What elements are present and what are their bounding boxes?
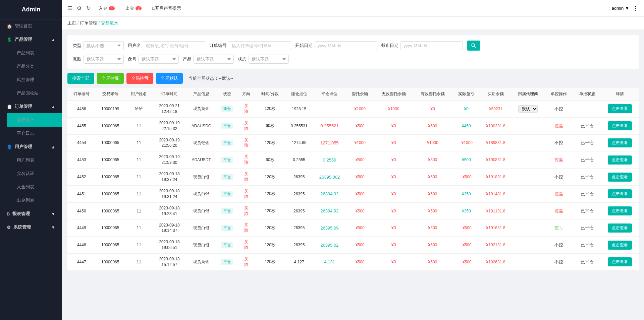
cell-ctrl-action[interactable]: 不控: [545, 237, 573, 254]
cell-detail[interactable]: 点击查看: [601, 254, 639, 271]
sidebar-label-product-trash: 产品回收站: [17, 90, 39, 96]
th-detail: 详情: [601, 88, 639, 101]
username-label: 用户名: [128, 43, 141, 49]
sidebar-group-user[interactable]: 👤 用户管理 ▲: [0, 140, 62, 153]
sidebar-group-report[interactable]: B 报表管理 ▼: [0, 207, 62, 220]
view-btn[interactable]: 点击查看: [608, 138, 632, 147]
sidebar-item-user-list[interactable]: 用户列表: [7, 153, 62, 167]
search-icon-btn[interactable]: [467, 41, 480, 51]
sound-toggle[interactable]: □开启声音提示: [152, 5, 181, 11]
cell-ctrl-action[interactable]: 不控: [545, 169, 573, 186]
sidebar-item-trade-flow[interactable]: 交易流水: [7, 113, 62, 127]
cell-product: 现货白银: [185, 185, 217, 202]
breadcrumb-home[interactable]: 主页: [67, 20, 76, 25]
sidebar-item-real-name[interactable]: 实名认证: [7, 167, 62, 180]
sidebar-group-product[interactable]: 💲 产品管理 ▲: [0, 33, 62, 46]
ctrl-action[interactable]: 不控: [554, 174, 563, 179]
cell-ctrl-action[interactable]: 控赢: [545, 151, 573, 169]
admin-username: admin: [612, 6, 624, 11]
cell-ctrl-action[interactable]: 不控: [545, 254, 573, 271]
sidebar-group-system[interactable]: ⚙ 系统管理 ▼: [0, 220, 62, 234]
settings-icon[interactable]: ⚙: [77, 5, 82, 11]
cell-detail[interactable]: 点击查看: [601, 237, 639, 254]
cell-detail[interactable]: 点击查看: [601, 151, 639, 169]
order-no-input[interactable]: [229, 41, 291, 50]
menu-icon[interactable]: ☰: [67, 5, 72, 11]
ctrl-action[interactable]: 不控: [554, 242, 563, 247]
ctrl-action[interactable]: 控亏: [554, 225, 563, 230]
cell-detail[interactable]: 点击查看: [601, 185, 639, 202]
cell-detail[interactable]: 点击查看: [601, 101, 639, 118]
more-icon[interactable]: ⋮: [633, 5, 639, 12]
cell-order-time: 2023-09-1819:28:41: [153, 202, 185, 219]
cell-account: 10000065: [96, 185, 125, 202]
outcome-btn[interactable]: 出金 2: [123, 4, 144, 13]
view-btn[interactable]: 点击查看: [608, 155, 632, 165]
ctrl-action[interactable]: 控赢: [554, 157, 563, 162]
product-select[interactable]: 默认不选: [194, 55, 234, 64]
income-btn[interactable]: 入金 4: [96, 4, 117, 13]
sidebar-item-close-log[interactable]: 平仓日志: [7, 127, 62, 140]
view-btn[interactable]: 点击查看: [608, 189, 632, 198]
cell-order-no: 4447: [67, 254, 96, 271]
cell-valid-entrust: ¥500: [413, 202, 452, 219]
ctrl-action[interactable]: 不控: [554, 140, 563, 145]
view-btn[interactable]: 点击查看: [608, 104, 632, 113]
account-select[interactable]: 默认不选: [139, 55, 179, 64]
cell-time-score: 60秒: [255, 117, 285, 134]
view-btn[interactable]: 点击查看: [608, 241, 632, 250]
sidebar-group-order[interactable]: 📋 订单管理 ▲: [0, 100, 62, 113]
admin-user-btn[interactable]: admin ▼: [612, 6, 629, 11]
end-date-input[interactable]: [400, 41, 463, 50]
cell-ctrl-action[interactable]: 控赢: [545, 117, 573, 134]
cell-detail[interactable]: 点击查看: [601, 134, 639, 151]
breadcrumb-order[interactable]: 订单管理: [80, 20, 97, 25]
table-row: 4453 10000065 11 2023-09-1921:53:30 ADAU…: [67, 151, 639, 169]
ctrl-action[interactable]: 不控: [554, 259, 563, 264]
ctrl-action[interactable]: 控赢: [554, 208, 563, 213]
type-select[interactable]: 默认不选: [84, 41, 124, 50]
global-long-btn[interactable]: 全局控赢: [97, 73, 124, 84]
filter-panel: 类型 默认不选 用户名 订单编号 开始日期: [67, 35, 639, 69]
ctrl-action[interactable]: 不控: [554, 106, 563, 111]
cell-entrust: ¥500: [346, 151, 374, 169]
cell-username: 11: [125, 202, 153, 219]
search-all-btn[interactable]: 搜索全部: [67, 73, 94, 84]
view-btn[interactable]: 点击查看: [608, 223, 632, 233]
start-date-input[interactable]: [315, 41, 377, 50]
cell-close-price: 26395.002: [313, 169, 346, 186]
sidebar-item-outcome-list[interactable]: 出金列表: [7, 194, 62, 207]
sidebar-item-home[interactable]: 🏠 管理首页: [0, 19, 62, 33]
cell-product: ADAUSDT: [185, 151, 217, 169]
view-btn[interactable]: 点击查看: [608, 206, 632, 215]
refresh-icon[interactable]: ↻: [86, 5, 91, 11]
sidebar-item-product-list[interactable]: 产品列表: [7, 46, 62, 60]
rise-fall-select[interactable]: 默认不选: [84, 55, 124, 64]
global-default-btn[interactable]: 全局默认: [156, 73, 183, 84]
ctrl-action[interactable]: 控赢: [554, 123, 563, 128]
status-select[interactable]: 默认不选: [249, 55, 289, 64]
sidebar-item-risk-control[interactable]: 风控管理: [7, 73, 62, 86]
cell-ctrl-action[interactable]: 不控: [545, 134, 573, 151]
sidebar-item-product-trash[interactable]: 产品回收站: [7, 86, 62, 100]
th-status: 状态: [217, 88, 237, 101]
sidebar-item-income-list[interactable]: 入金列表: [7, 180, 62, 194]
cell-detail[interactable]: 点击查看: [601, 117, 639, 134]
cell-detail[interactable]: 点击查看: [601, 169, 639, 186]
cell-ctrl-action[interactable]: 控亏: [545, 219, 573, 237]
chevron-up-icon: ▲: [51, 37, 55, 42]
view-btn[interactable]: 点击查看: [608, 173, 632, 182]
cell-pnl: -¥500: [452, 219, 481, 237]
cell-ctrl-action[interactable]: 控赢: [545, 185, 573, 202]
sidebar-item-product-category[interactable]: 产品分类: [7, 60, 62, 73]
cell-ctrl-action[interactable]: 控赢: [545, 202, 573, 219]
cell-detail[interactable]: 点击查看: [601, 219, 639, 237]
view-btn[interactable]: 点击查看: [608, 121, 632, 130]
cell-ctrl-action[interactable]: 不控: [545, 101, 573, 118]
agent-select[interactable]: 默认: [518, 105, 538, 113]
cell-detail[interactable]: 点击查看: [601, 202, 639, 219]
view-btn[interactable]: 点击查看: [608, 257, 632, 266]
global-short-btn[interactable]: 全局控亏: [126, 73, 153, 84]
username-input[interactable]: [143, 41, 205, 50]
ctrl-action[interactable]: 控赢: [554, 191, 563, 196]
